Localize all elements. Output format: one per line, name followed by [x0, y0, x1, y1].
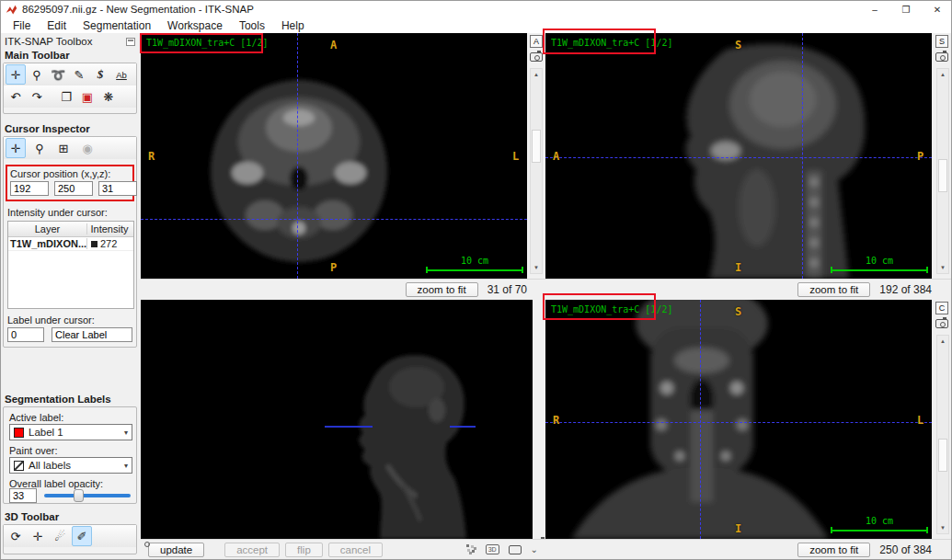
crosshair-vertical	[297, 33, 298, 279]
coronal-mri-image[interactable]	[545, 300, 932, 539]
scroll-down-icon[interactable]: ▼	[937, 523, 948, 532]
close-button[interactable]: ✕	[922, 1, 952, 17]
cursor-position-annotation: Cursor position (x,y,z):	[6, 165, 134, 201]
orientation-marker-i: I	[735, 522, 741, 535]
axial-view-panel[interactable]: T1W_mDIXON_tra+C [1/2] A R L P 10 cm	[141, 33, 527, 279]
sagittal-zoom-to-fit-button[interactable]: zoom to fit	[797, 282, 870, 297]
scroll-down-icon[interactable]: ▼	[531, 263, 542, 272]
opacity-slider[interactable]	[44, 489, 131, 502]
axial-zoom-to-fit-button[interactable]: zoom to fit	[406, 282, 478, 297]
paintbrush-tool-button[interactable]: ✎	[69, 64, 89, 85]
scrollbar-thumb[interactable]	[532, 130, 541, 163]
sagittal-expand-button[interactable]: S	[935, 35, 948, 48]
sagittal-slice-scrollbar[interactable]: ▲ ▼	[936, 68, 949, 274]
redo-icon: ↷	[32, 90, 42, 104]
title-bar: 86295097.nii.gz - New Segmentation - ITK…	[1, 1, 952, 17]
ci-crosshair-button[interactable]: ✛	[6, 138, 26, 158]
coronal-side-strip: C ▲ ▼	[932, 300, 952, 539]
maximize-button[interactable]: ❐	[890, 1, 922, 17]
menu-workspace[interactable]: Workspace	[159, 19, 231, 32]
chevron-down-icon: ▾	[124, 462, 128, 470]
scrollbar-thumb[interactable]	[938, 159, 947, 192]
layout-thumbnails-icon[interactable]	[466, 544, 476, 554]
snake-tool-button[interactable]: $	[90, 64, 110, 85]
update-button[interactable]: update	[148, 543, 204, 557]
sagittal-mri-image[interactable]	[545, 33, 932, 279]
flip-button[interactable]: flip	[285, 543, 323, 557]
camera-icon[interactable]	[530, 52, 543, 62]
intensity-under-cursor-label: Intensity under cursor:	[7, 207, 108, 218]
scalpel-button[interactable]: ✐	[72, 526, 92, 546]
ci-table-button[interactable]: ⊞	[53, 138, 74, 158]
paint-over-label: Paint over:	[9, 445, 58, 456]
coronal-zoom-to-fit-button[interactable]: zoom to fit	[797, 543, 870, 557]
table-row[interactable]: T1W_mDIXON... 272	[8, 237, 133, 251]
menu-tools[interactable]: Tools	[231, 19, 273, 32]
sagittal-side-strip: S ▲ ▼	[932, 33, 952, 279]
coronal-view-panel[interactable]: T1W_mDIXON_tra+C [1/2] S R L I 10 cm	[545, 300, 932, 539]
menu-edit[interactable]: Edit	[39, 19, 75, 32]
camera-icon[interactable]	[509, 545, 522, 554]
scroll-up-icon[interactable]: ▲	[937, 337, 948, 346]
menu-file[interactable]: File	[5, 19, 39, 32]
spray-icon: ☄	[54, 530, 65, 543]
main-toolbar-box: ✛ ⚲ ➰ ✎ $ Ab ↶ ↷ ❐ ▣ ❋	[3, 63, 137, 114]
render-3d-image[interactable]	[141, 300, 533, 539]
axial-slice-scrollbar[interactable]: ▲ ▼	[530, 68, 543, 274]
active-label-label: Active label:	[9, 412, 63, 423]
axial-expand-button[interactable]: A	[530, 35, 543, 48]
detach-panel-icon[interactable]	[126, 38, 135, 46]
camera-icon[interactable]	[935, 52, 948, 62]
minimize-button[interactable]: –	[859, 1, 890, 17]
scrollbar-thumb[interactable]	[938, 439, 947, 472]
scale-bar-line	[426, 267, 523, 273]
ci-zoom-button[interactable]: ⚲	[29, 138, 50, 158]
label-palette-button[interactable]: ❋	[98, 86, 119, 107]
spray-paint-button[interactable]: ☄	[50, 526, 70, 546]
camera-icon[interactable]	[935, 319, 948, 328]
accept-button[interactable]: accept	[224, 543, 280, 557]
axial-mri-image[interactable]	[141, 33, 527, 279]
crosshair-tool-button[interactable]: ✛	[6, 64, 26, 85]
active-label-swap-button[interactable]: ▣	[77, 86, 97, 107]
orientation-marker-p: P	[330, 261, 337, 274]
label-name-input[interactable]	[52, 327, 132, 342]
layer-inspector-button[interactable]: ❐	[56, 86, 76, 107]
slider-handle[interactable]	[74, 489, 84, 502]
cursor-x-input[interactable]	[10, 181, 49, 196]
render-3d-panel[interactable]	[141, 300, 533, 539]
redo-button[interactable]: ↷	[27, 86, 47, 107]
column-intensity: Intensity	[87, 223, 132, 234]
coronal-slice-scrollbar[interactable]: ▲ ▼	[936, 335, 949, 534]
chevron-down-icon[interactable]: ⌄	[531, 544, 538, 554]
scroll-up-icon[interactable]: ▲	[531, 70, 542, 79]
menu-segmentation[interactable]: Segmentation	[75, 19, 159, 32]
scroll-up-icon[interactable]: ▲	[937, 70, 948, 79]
polygon-tool-button[interactable]: ➰	[48, 64, 68, 85]
paint-over-select[interactable]: All labels ▾	[9, 457, 132, 474]
rotate-3d-button[interactable]: ⟳	[6, 526, 26, 546]
cursor-z-input[interactable]	[98, 181, 137, 196]
orientation-marker-r: R	[553, 414, 559, 427]
intensity-table[interactable]: Layer Intensity T1W_mDIXON... 272	[7, 221, 134, 309]
crosshair-horizontal	[545, 422, 932, 423]
sagittal-view-panel[interactable]: T1W_mDIXON_tra+C [1/2] S A P I 10 cm	[545, 33, 932, 279]
volume-3d-icon[interactable]: 3D	[486, 544, 499, 554]
annotation-tool-button[interactable]: Ab	[111, 64, 132, 85]
segmentation-labels-box: Active label: Label 1 ▾ Paint over: All …	[3, 406, 137, 504]
cursor-y-input[interactable]	[54, 181, 93, 196]
scroll-down-icon[interactable]: ▼	[937, 263, 948, 272]
crosshair-3d-button[interactable]: ✛	[28, 526, 48, 546]
menu-help[interactable]: Help	[273, 19, 313, 32]
ci-probe-button[interactable]: ◉	[77, 138, 97, 158]
undo-button[interactable]: ↶	[6, 86, 26, 107]
zoom-tool-button[interactable]: ⚲	[27, 64, 47, 85]
label-id-input[interactable]	[7, 327, 44, 342]
orientation-marker-r: R	[148, 150, 155, 163]
active-label-select[interactable]: Label 1 ▾	[9, 424, 132, 440]
opacity-input[interactable]	[9, 488, 37, 503]
magnifier-icon: ⚲	[32, 68, 41, 82]
coronal-expand-button[interactable]: C	[935, 302, 948, 314]
cancel-button[interactable]: cancel	[328, 543, 383, 557]
scale-bar: 10 cm	[831, 516, 928, 533]
